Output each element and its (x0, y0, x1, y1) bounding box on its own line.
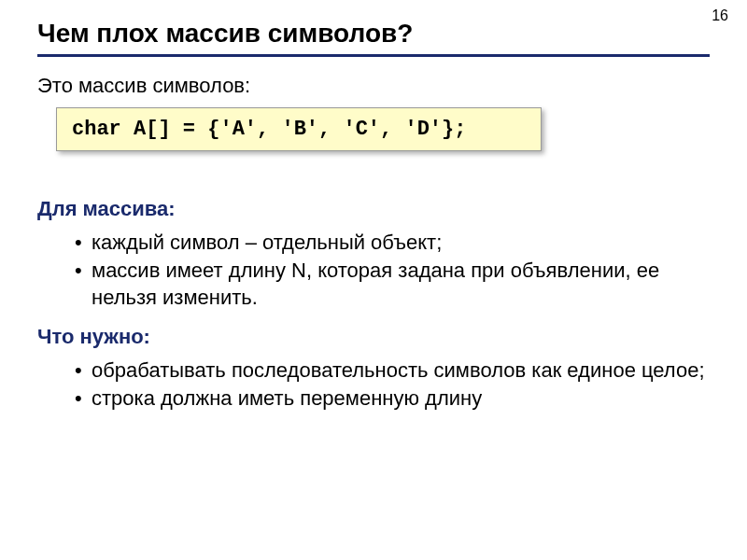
section-header-2: Что нужно: (37, 325, 710, 349)
list-item: массив имеет длину N, которая задана при… (75, 257, 710, 312)
code-block: char A[] = {'A', 'B', 'C', 'D'}; (56, 107, 542, 151)
list-item: обрабатывать последовательность символов… (75, 357, 710, 385)
bullet-list-1: каждый символ – отдельный объект; массив… (37, 229, 710, 312)
section-header-1: Для массива: (37, 197, 710, 221)
bullet-list-2: обрабатывать последовательность символов… (37, 357, 710, 412)
subtitle-text: Это массив символов: (37, 74, 710, 98)
list-item: строка должна иметь переменную длину (75, 385, 710, 413)
list-item: каждый символ – отдельный объект; (75, 229, 710, 257)
title-underline (37, 54, 710, 57)
slide-title: Чем плох массив символов? (37, 19, 710, 49)
page-number: 16 (712, 7, 728, 24)
